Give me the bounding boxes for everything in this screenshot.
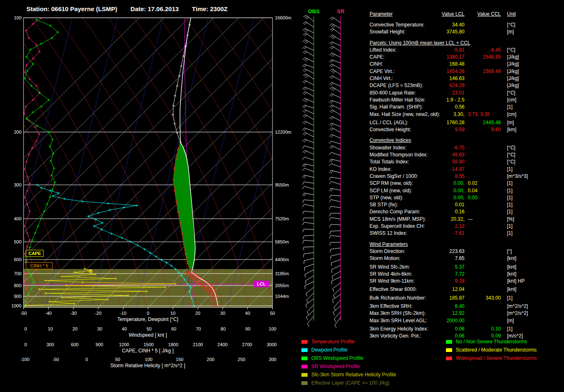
param-unit: [1] — [507, 166, 512, 173]
param-value: 0.04 — [468, 188, 477, 194]
axis-tick-label: 30 — [97, 326, 102, 331]
param-value: 9.28 — [455, 278, 464, 284]
wind-barb — [303, 182, 314, 185]
param-label: Convective Height: — [370, 127, 411, 132]
param-unit: [1] — [507, 208, 512, 215]
table-row: Lifted Index:-5.81-8.45[°C] — [370, 47, 563, 54]
table-row: Total Totals Index:59.80[°C] — [370, 158, 563, 165]
axis-tick-label: 90 — [245, 326, 250, 331]
param-value: 12.92 — [452, 310, 464, 316]
param-value: 23.01 — [452, 90, 464, 96]
param-unit: [m^2/s^2] — [507, 303, 528, 310]
param-label: LCL / CCL (AGL): — [370, 120, 408, 125]
param-label: Lifted Index: — [370, 47, 396, 53]
param-value: 3745.80 — [447, 29, 464, 35]
wind-barb — [303, 253, 314, 257]
header-value-lcl: Value LCL — [423, 11, 464, 18]
axis-tick-label: 2400 — [218, 342, 227, 347]
wind-barb — [303, 40, 314, 45]
param-label: CINH Virt.: — [370, 76, 393, 81]
param-value-lcl: 7.72 — [423, 271, 464, 278]
param-value-lcl: 6.40 — [423, 303, 464, 310]
param-unit: [J/kg] — [507, 54, 519, 61]
param-value: 2369.49 — [483, 68, 501, 74]
legend-swatch — [301, 340, 308, 344]
axis-tick-label: -20 — [95, 311, 102, 316]
axis-tick-label: 20 — [72, 326, 77, 331]
profile-legend-item: SR Windspeed Profile — [301, 362, 396, 371]
obs-wind-barb-column: OBS — [302, 8, 320, 326]
wind-barb — [329, 242, 341, 246]
param-label: Max 3km SRH Level AGL: — [370, 318, 427, 324]
param-value: 3.30, — [453, 111, 464, 117]
b-parcel-marker: B — [89, 269, 92, 274]
pressure-tick-label: 900 — [14, 294, 21, 299]
table-row: Showalter Index:-6.75[°C] — [370, 144, 563, 151]
param-unit: [J/kg] — [507, 68, 519, 75]
param-label: Bulk Richardson Number: — [370, 295, 426, 301]
param-unit: [°C] — [507, 151, 515, 158]
wind-barb — [303, 218, 314, 221]
param-value: 0.00, — [453, 180, 464, 186]
axis-tick-label: 0 — [24, 342, 27, 347]
param-value: 7.65 — [455, 255, 464, 261]
table-row: Effective Shear 6000:12.04[knt] — [370, 286, 563, 293]
wind-barb — [329, 146, 341, 150]
table-row: Craven SigSvr / 1000:8.55[m^3/s^3] — [370, 173, 563, 180]
param-value-lcl: 49.63 — [423, 151, 464, 158]
param-label: SR Wind Sfc-2km: — [370, 264, 410, 270]
wind-barb — [303, 114, 314, 120]
legend-swatch — [446, 340, 452, 344]
param-value-ccl: 2445.48 — [465, 119, 501, 126]
table-row: Max 3km SRH Level AGL:2000.00[m] — [370, 317, 563, 324]
table-row: DCAPE (LFS = 523mB):624.29[J/kg] — [370, 82, 563, 89]
axis-tick-label: 2100 — [193, 342, 203, 347]
param-unit: [1] — [507, 194, 512, 201]
param-value: 20.32, — [451, 216, 464, 222]
param-value: -14.87 — [450, 166, 464, 172]
table-row: SB STP (fix):0.01[1] — [370, 201, 563, 208]
wind-barb — [329, 163, 341, 167]
param-value-lcl: 1760.28 — [423, 119, 464, 126]
axis-tick-label: 300 — [269, 357, 276, 362]
parameter-table: Parameter Value LCL Value CCL Unit Conve… — [370, 11, 563, 340]
pressure-tick-label: 800 — [14, 283, 21, 288]
param-value: -6.75 — [453, 145, 464, 151]
param-value: 343.00 — [486, 295, 501, 301]
param-unit: [J/kg] — [507, 75, 519, 82]
wind-barb — [303, 80, 314, 85]
axis-tick-label: -50 — [52, 357, 59, 362]
wind-barb — [303, 235, 314, 239]
axis-tick-label: 100 — [269, 326, 276, 331]
param-unit: [knt] — [507, 264, 517, 271]
param-label: SWISS 12 Index: — [370, 230, 407, 236]
param-value-lcl: 20.32, — [423, 216, 464, 223]
param-value-lcl: 1.9 - 2.5 — [423, 97, 464, 104]
wind-barb — [303, 15, 314, 21]
axis-tick-label: 300 — [46, 342, 54, 347]
param-label: KO Index: — [370, 166, 391, 172]
table-body: Convective Temperature:34.40[°C]Snowfall… — [370, 21, 563, 340]
param-value-lcl: 1380.17 — [423, 54, 464, 61]
axis-title: CAPE, CINH * 5 [ J/kg ] — [122, 348, 173, 354]
table-row: Bulk Richardson Number:185.87343.00[1] — [370, 295, 563, 302]
legend-label: Effective Layer (CAPE >= 100 J/kg) — [311, 380, 389, 386]
param-label: 3km Energy Helicity Index: — [370, 326, 428, 332]
param-value: 1.9 - 2.5 — [446, 97, 464, 103]
legend-swatch — [446, 348, 452, 352]
axis-tick-label: 50 — [115, 357, 120, 362]
param-label: Sig. Hail Param. (SHIP): — [370, 104, 423, 110]
wind-barb — [302, 64, 314, 68]
severity-legend-item: Widespread / Severe Thunderstorms — [446, 354, 537, 362]
param-unit: [°C] — [507, 21, 515, 28]
param-label: Max 3km SRH (Sfc-2km): — [370, 310, 426, 316]
wind-barb — [329, 42, 341, 46]
table-row: Snowfall Height:3745.80[m] — [370, 28, 563, 35]
wind-barb — [303, 222, 314, 225]
wind-barb — [329, 100, 341, 104]
param-value: 146.63 — [449, 76, 464, 81]
param-value-lcl: 0.01 — [423, 201, 464, 208]
param-value-ccl: 2546.95 — [465, 54, 501, 61]
param-value-lcl: 0.00, — [423, 194, 464, 201]
param-value-lcl: 0.16 — [423, 208, 464, 215]
